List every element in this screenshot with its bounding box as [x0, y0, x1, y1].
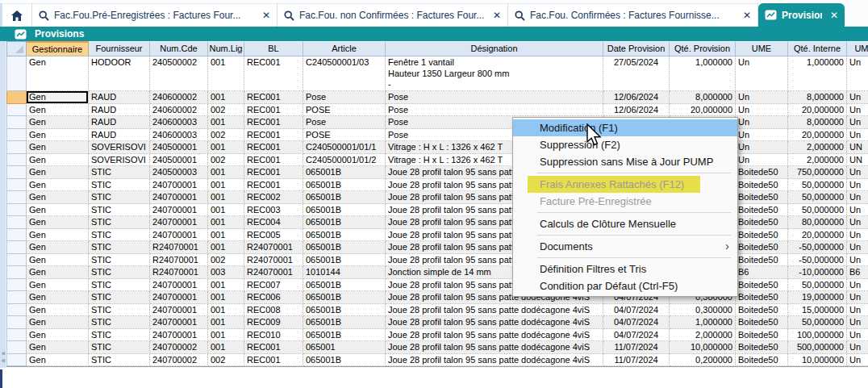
column-header[interactable]: Gestionnaire	[27, 41, 89, 56]
table-cell[interactable]: Un	[736, 56, 788, 91]
table-cell[interactable]: Un	[847, 129, 868, 142]
column-header[interactable]: Désignation	[386, 41, 603, 56]
table-cell[interactable]: 240500002	[150, 56, 208, 91]
table-cell[interactable]: Boitede50	[736, 304, 788, 317]
row-selector[interactable]	[6, 191, 27, 204]
table-cell[interactable]: Gen	[27, 191, 89, 204]
table-cell[interactable]: -10,000000	[788, 266, 847, 279]
column-header[interactable]: UMI	[847, 41, 868, 56]
table-cell[interactable]: 002	[208, 354, 244, 367]
table-cell[interactable]: Gen	[27, 291, 89, 304]
table-cell[interactable]: 065001B	[303, 291, 386, 304]
close-icon[interactable]: ✕	[259, 10, 270, 21]
table-cell[interactable]: STIC	[89, 166, 150, 179]
column-header[interactable]: Qté. Provision	[670, 41, 736, 56]
table-cell[interactable]: POSE	[303, 129, 386, 142]
row-selector[interactable]	[6, 229, 27, 242]
row-selector[interactable]	[6, 116, 27, 129]
left-scroll-strip[interactable]	[0, 41, 6, 368]
table-cell[interactable]: 20,000000	[788, 104, 847, 117]
table-row[interactable]: GenRAUD240600003001REC001PosePoseUn8,000…	[6, 116, 868, 129]
table-cell[interactable]: Un	[847, 166, 868, 179]
column-header[interactable]: Fournisseur	[89, 41, 150, 56]
table-cell[interactable]: 750,000000	[788, 166, 847, 179]
table-cell[interactable]: STIC	[89, 304, 150, 317]
table-cell[interactable]: Un	[736, 104, 788, 117]
table-cell[interactable]: Joue 28 profil talon 95 sans patte dodéc…	[386, 341, 603, 354]
table-cell[interactable]: REC008	[244, 304, 303, 317]
table-cell[interactable]: REC010	[244, 329, 303, 342]
table-cell[interactable]: Un	[736, 116, 788, 129]
table-cell[interactable]: R24070001	[150, 241, 208, 254]
table-cell[interactable]: C240500001/01/1	[303, 141, 386, 154]
table-row[interactable]: GenSTICR24070001001R24070001065001BJoue …	[6, 241, 868, 254]
row-selector[interactable]	[6, 266, 27, 279]
column-header[interactable]: BL	[244, 41, 303, 56]
context-menu-item[interactable]: Calculs de Clôture Mensuelle	[513, 215, 737, 232]
table-cell[interactable]: C240500001/03	[303, 56, 386, 91]
table-cell[interactable]: 001	[208, 116, 244, 129]
table-cell[interactable]: Gen	[27, 204, 89, 217]
table-cell[interactable]: REC004	[244, 216, 303, 229]
table-cell[interactable]: 0,200000	[670, 354, 736, 367]
column-header[interactable]: UME	[736, 41, 788, 56]
table-cell[interactable]: 065001B	[303, 216, 386, 229]
table-row[interactable]: GenSTIC240700001001REC001065001BJoue 28 …	[6, 179, 868, 192]
table-cell[interactable]: Pose	[386, 91, 603, 104]
row-selector[interactable]	[6, 104, 27, 117]
context-menu-item[interactable]: Suppression sans Mise à Jour PUMP	[513, 153, 737, 170]
table-row[interactable]: GenRAUD240600002001REC001PosePose12/06/2…	[6, 91, 868, 104]
table-row[interactable]: GenSTIC240700001001REC006065001BJoue 28 …	[6, 291, 868, 304]
table-cell[interactable]: 001	[208, 229, 244, 242]
table-cell[interactable]: 001	[208, 204, 244, 217]
table-cell[interactable]: Joue 28 profil talon 95 sans patte dodéc…	[386, 316, 603, 329]
table-cell[interactable]: Un	[847, 104, 868, 117]
table-cell[interactable]: Boitede50	[736, 229, 788, 242]
close-icon[interactable]: ✕	[827, 10, 838, 21]
table-cell[interactable]: STIC	[89, 279, 150, 292]
table-cell[interactable]: Gen	[27, 279, 89, 292]
row-selector[interactable]	[6, 179, 27, 192]
table-cell[interactable]: Gen	[27, 216, 89, 229]
table-row[interactable]: GenSTIC240700001001REC002065001BJoue 28 …	[6, 191, 868, 204]
table-cell[interactable]: Boitede50	[736, 166, 788, 179]
table-cell[interactable]: REC001	[244, 179, 303, 192]
table-cell[interactable]: STIC	[89, 179, 150, 192]
row-selector[interactable]	[6, 166, 27, 179]
table-cell[interactable]: 50,000000	[788, 316, 847, 329]
table-cell[interactable]: 240600003	[150, 116, 208, 129]
row-selector[interactable]	[6, 91, 27, 104]
table-cell[interactable]: Fenêtre 1 vantail Hauteur 1350 Largeur 8…	[386, 56, 603, 91]
table-cell[interactable]: 1,000000	[670, 56, 736, 91]
table-cell[interactable]: Boitede50	[736, 291, 788, 304]
table-cell[interactable]: 001	[208, 329, 244, 342]
context-menu-item[interactable]: Frais Annexes Rattachés (F12)	[528, 176, 700, 193]
tab-provisions[interactable]: Provisions ✕	[758, 3, 845, 27]
table-cell[interactable]: Un	[847, 204, 868, 217]
table-cell[interactable]: 240700001	[150, 316, 208, 329]
table-cell[interactable]: Gen	[27, 141, 89, 154]
table-cell[interactable]: 20,000000	[788, 129, 847, 142]
row-selector[interactable]	[6, 204, 27, 217]
table-cell[interactable]: RAUD	[89, 116, 150, 129]
table-cell[interactable]: 50,000000	[788, 204, 847, 217]
tab-fac-fou-confirmees[interactable]: Fac.Fou. Confirmées : Factures Fournisse…	[508, 3, 758, 27]
table-cell[interactable]: Gen	[27, 354, 89, 367]
table-row[interactable]: GenRAUD240600003002REC001POSEPoseUn20,00…	[6, 129, 868, 142]
table-cell[interactable]: STIC	[89, 229, 150, 242]
table-cell[interactable]: Boitede50	[736, 179, 788, 192]
table-cell[interactable]: Pose	[386, 104, 603, 117]
table-cell[interactable]: Un	[847, 229, 868, 242]
table-cell[interactable]: REC001	[244, 116, 303, 129]
table-cell[interactable]: 80,000000	[788, 216, 847, 229]
table-cell[interactable]: 04/07/2024	[603, 329, 670, 342]
table-cell[interactable]: STIC	[89, 216, 150, 229]
row-selector[interactable]	[6, 329, 27, 342]
table-cell[interactable]: 10,000000	[788, 354, 847, 367]
table-cell[interactable]: Un	[847, 354, 868, 367]
table-cell[interactable]: Un	[847, 304, 868, 317]
table-cell[interactable]: STIC	[89, 316, 150, 329]
table-cell[interactable]: Un	[736, 129, 788, 142]
table-cell[interactable]: 20,000000	[788, 229, 847, 242]
table-cell[interactable]: Gen	[27, 304, 89, 317]
